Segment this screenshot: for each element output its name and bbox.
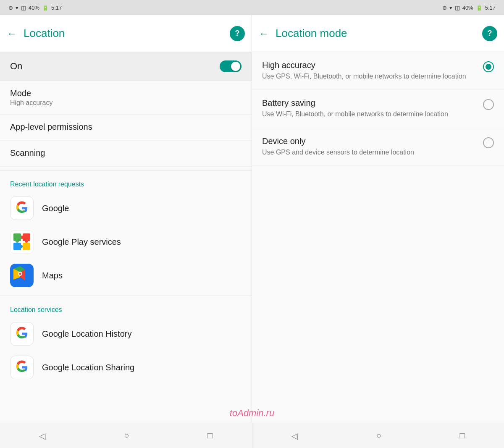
app-item-location-sharing[interactable]: Google Location Sharing <box>0 351 252 384</box>
home-nav-button-left[interactable]: ○ <box>117 427 136 444</box>
time-right: 5:17 <box>485 5 496 11</box>
location-toggle-label: On <box>10 61 22 72</box>
google-app-icon <box>10 196 34 220</box>
svg-rect-0 <box>10 230 34 254</box>
battery-saving-title: Battery saving <box>262 98 476 108</box>
scanning-setting[interactable]: Scanning <box>0 141 252 167</box>
high-accuracy-title: High accuracy <box>262 60 476 70</box>
left-bottom-nav: ◁ ○ □ <box>0 423 252 448</box>
svg-point-15 <box>19 273 21 275</box>
device-only-radio[interactable] <box>483 137 494 148</box>
home-nav-button-right[interactable]: ○ <box>370 427 388 444</box>
location-back-button[interactable]: ← <box>7 28 17 39</box>
play-services-app-name: Google Play services <box>42 237 121 247</box>
recent-section-header: Recent location requests <box>0 174 252 191</box>
maps-app-name: Maps <box>42 271 63 280</box>
app-item-google[interactable]: Google <box>0 191 252 225</box>
battery-percent-left: 40% <box>29 5 39 11</box>
services-section-header: Location services <box>0 299 252 317</box>
battery-saving-subtitle: Use Wi-Fi, Bluetooth, or mobile networks… <box>262 110 476 119</box>
location-toggle-row[interactable]: On <box>0 52 252 81</box>
location-panel: ← Location ? On Mode High accuracy App-l… <box>0 15 252 423</box>
battery-icon-right: 🔋 <box>476 5 483 11</box>
back-nav-button-left[interactable]: ◁ <box>32 427 52 444</box>
section-divider-1 <box>0 170 252 170</box>
location-title: Location <box>24 27 230 40</box>
high-accuracy-text: High accuracy Use GPS, Wi-Fi, Bluetooth,… <box>262 60 476 81</box>
location-history-name: Google Location History <box>42 329 131 339</box>
device-only-text: Device only Use GPS and device sensors t… <box>262 136 476 157</box>
app-item-play-services[interactable]: Google Play services <box>0 225 252 259</box>
status-bar-right: ⊖ ▾ ◫ 40% 🔋 5:17 <box>442 5 496 11</box>
signal-icon: ◫ <box>21 5 26 11</box>
device-only-subtitle: Use GPS and device sensors to determine … <box>262 148 476 157</box>
svg-rect-9 <box>23 243 30 250</box>
wifi-icon-right: ▾ <box>449 5 452 11</box>
location-mode-help-button[interactable]: ? <box>482 26 497 41</box>
battery-saving-mode[interactable]: Battery saving Use Wi-Fi, Bluetooth, or … <box>252 90 504 128</box>
app-item-location-history[interactable]: Google Location History <box>0 317 252 351</box>
location-mode-panel: ← Location mode ? High accuracy Use GPS,… <box>252 15 504 423</box>
app-permissions-title: App-level permissions <box>10 122 242 132</box>
location-mode-back-button[interactable]: ← <box>259 28 269 39</box>
do-not-disturb-icon: ⊖ <box>8 5 13 11</box>
svg-point-8 <box>19 245 23 248</box>
wifi-icon: ▾ <box>16 5 18 11</box>
battery-percent-right: 40% <box>462 5 473 11</box>
high-accuracy-radio[interactable] <box>483 61 494 72</box>
device-only-mode[interactable]: Device only Use GPS and device sensors t… <box>252 128 504 166</box>
main-content: ← Location ? On Mode High accuracy App-l… <box>0 15 504 423</box>
mode-setting[interactable]: Mode High accuracy <box>0 81 252 115</box>
status-bar: ⊖ ▾ ◫ 40% 🔋 5:17 ⊖ ▾ ◫ 40% 🔋 5:17 <box>0 0 504 15</box>
maps-app-icon <box>10 264 34 287</box>
signal-icon-right: ◫ <box>455 5 460 11</box>
section-divider-2 <box>0 296 252 296</box>
high-accuracy-subtitle: Use GPS, Wi-Fi, Bluetooth, or mobile net… <box>262 72 476 81</box>
location-toggle-switch[interactable] <box>220 60 242 72</box>
location-mode-title: Location mode <box>276 27 482 40</box>
do-not-disturb-icon-right: ⊖ <box>442 5 447 11</box>
google-app-name: Google <box>42 204 69 213</box>
right-bottom-nav: ◁ ○ □ <box>252 423 504 448</box>
svg-point-6 <box>25 239 28 243</box>
location-app-bar: ← Location ? <box>0 15 252 52</box>
battery-icon-left: 🔋 <box>42 5 49 11</box>
mode-title: Mode <box>10 89 242 98</box>
battery-saving-radio[interactable] <box>483 99 494 110</box>
battery-saving-text: Battery saving Use Wi-Fi, Bluetooth, or … <box>262 98 476 119</box>
location-help-button[interactable]: ? <box>230 26 245 41</box>
location-history-icon <box>10 322 34 346</box>
location-sharing-icon <box>10 356 34 379</box>
bottom-navigation: ◁ ○ □ ◁ ○ □ <box>0 423 504 448</box>
scanning-title: Scanning <box>10 148 242 158</box>
back-nav-button-right[interactable]: ◁ <box>285 427 304 444</box>
mode-subtitle: High accuracy <box>10 99 242 107</box>
app-permissions-setting[interactable]: App-level permissions <box>0 115 252 141</box>
status-bar-left: ⊖ ▾ ◫ 40% 🔋 5:17 <box>8 5 62 11</box>
device-only-title: Device only <box>262 136 476 146</box>
location-mode-app-bar: ← Location mode ? <box>252 15 504 52</box>
location-sharing-name: Google Location Sharing <box>42 363 134 372</box>
recents-nav-button-right[interactable]: □ <box>453 427 472 444</box>
svg-point-5 <box>21 236 24 239</box>
app-item-maps[interactable]: Maps <box>0 259 252 292</box>
recents-nav-button-left[interactable]: □ <box>201 427 219 444</box>
svg-point-3 <box>16 239 19 243</box>
time-left: 5:17 <box>51 5 62 11</box>
high-accuracy-mode[interactable]: High accuracy Use GPS, Wi-Fi, Bluetooth,… <box>252 52 504 90</box>
play-services-app-icon <box>10 230 34 254</box>
